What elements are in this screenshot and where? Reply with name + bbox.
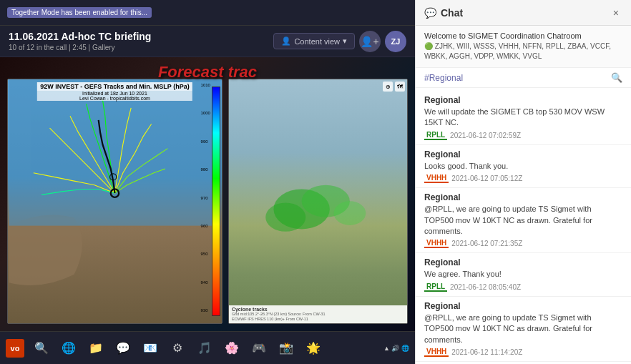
taskbar-icon-10[interactable]: 📸 — [276, 338, 296, 358]
message-time: 2021-06-12 07:02:59Z — [450, 132, 521, 139]
messages-area[interactable]: Regional We will update the SIGMET CB to… — [416, 88, 631, 364]
message-sender: Regional — [424, 192, 622, 202]
color-bar — [212, 87, 220, 316]
sender-tag: RPLL — [424, 282, 447, 292]
user-avatar-button[interactable]: ZJ — [385, 31, 406, 52]
chat-header: 💬 Chat × — [416, 0, 631, 26]
add-participant-button[interactable]: 👤+ — [359, 31, 381, 52]
welcome-text: Welcome to SIGMET Coordination Chatroom — [424, 31, 622, 40]
message-footer: RPLL 2021-06-12 07:02:59Z — [424, 131, 622, 140]
content-view-button[interactable]: 👤 Content view ▾ — [273, 33, 355, 49]
zoom-icon[interactable]: ⊕ — [383, 82, 393, 92]
meeting-title: 11.06.2021 Ad-hoc TC briefing — [9, 31, 151, 42]
brand-icon: vo — [6, 339, 24, 358]
color-bar-labels: 1010 1000 990 980 970 960 950 940 930 — [201, 83, 210, 313]
cyclone-tracks-caption: Cyclone tracks Grid mid:105.2°-26.3°N (2… — [229, 305, 407, 323]
meeting-info: 11.06.2021 Ad-hoc TC briefing 10 of 12 i… — [9, 31, 151, 51]
map-subtitle: Initialized at 18z Jun 10 2021 — [37, 91, 192, 96]
message-sender: Regional — [424, 301, 622, 311]
message-item: Regional @RPLL, we are going to update T… — [416, 188, 631, 253]
message-time: 2021-06-12 07:21:35Z — [451, 240, 522, 247]
map-title: 92W INVEST - GEFS Tracks and Min. MSLP (… — [37, 82, 192, 91]
search-chat-button[interactable]: 🔍 — [611, 72, 622, 83]
message-item: Regional We will update the SIGMET CB to… — [416, 91, 631, 145]
person-add-icon: 👤+ — [361, 36, 378, 47]
main-map: 92W INVEST - GEFS Tracks and Min. MSLP (… — [7, 79, 222, 324]
message-text: @RPLL, we are going to update TS Sigmet … — [424, 313, 622, 345]
meeting-controls: 👤 Content view ▾ 👤+ ZJ — [273, 31, 406, 52]
map-container: 92W INVEST - GEFS Tracks and Min. MSLP (… — [0, 57, 415, 331]
map-credit: Levi Cowan - tropicaltidbits.com — [37, 96, 192, 101]
message-footer: RPLL 2021-06-12 08:05:40Z — [424, 282, 622, 292]
map-icon-2[interactable]: 🗺 — [395, 82, 405, 92]
message-time: 2021-06-12 07:05:12Z — [451, 174, 522, 182]
track-lines-svg — [8, 79, 222, 323]
top-bar: Together Mode has been enabled for this.… — [0, 0, 415, 26]
meeting-subtitle: 10 of 12 in the call | 2:45 | Gallery — [9, 44, 151, 51]
svg-point-5 — [334, 202, 366, 226]
message-time: 2021-06-12 08:05:40Z — [450, 283, 521, 291]
message-sender: Regional — [424, 257, 622, 267]
channel-bar: #Regional 🔍 — [416, 68, 631, 88]
taskbar-icon-4[interactable]: 💬 — [113, 338, 133, 358]
person-icon: 👤 — [281, 36, 291, 46]
chat-bubble-icon: 💬 — [424, 7, 436, 19]
system-tray: ▲ 🔊 🌐 — [383, 345, 409, 352]
message-time: 2021-06-12 11:14:20Z — [451, 348, 522, 356]
message-text: Looks good. Thank you. — [424, 161, 622, 172]
slide-title: Forecast trac — [158, 63, 257, 82]
message-item: Regional We agree. Thank you! RPLL 2021-… — [416, 253, 631, 296]
taskbar-icon-2[interactable]: 🌐 — [59, 338, 79, 358]
taskbar-icon-5[interactable]: 📧 — [140, 338, 160, 358]
presentation-area: Forecast trac 92W INVEST - GEFS Tracks a… — [0, 57, 415, 331]
svg-rect-0 — [9, 79, 221, 226]
secondary-map-inner: ⊕ 🗺 Cyclone tracks — [229, 79, 407, 323]
svg-point-6 — [266, 203, 306, 232]
message-text: We will update the SIGMET CB top 530 MOV… — [424, 107, 622, 129]
sender-tag: VHHH — [424, 348, 449, 357]
chevron-down-icon: ▾ — [343, 36, 347, 46]
taskbar-icon-11[interactable]: 🌟 — [303, 338, 323, 358]
together-mode-badge: Together Mode has been enabled for this.… — [7, 7, 152, 18]
taskbar-icon-8[interactable]: 🌸 — [222, 338, 242, 358]
secondary-map: ⊕ 🗺 Cyclone tracks — [228, 79, 408, 324]
sender-tag: RPLL — [424, 131, 447, 140]
main-map-inner: 92W INVEST - GEFS Tracks and Min. MSLP (… — [8, 79, 222, 323]
meeting-info-bar: 11.06.2021 Ad-hoc TC briefing 10 of 12 i… — [0, 26, 415, 57]
weather-blobs-svg — [238, 140, 398, 262]
map-title-box: 92W INVEST - GEFS Tracks and Min. MSLP (… — [37, 82, 192, 101]
welcome-area: Welcome to SIGMET Coordination Chatroom … — [416, 26, 631, 68]
taskbar-icon-3[interactable]: 📁 — [86, 338, 106, 358]
slide-content: Forecast trac 92W INVEST - GEFS Tracks a… — [0, 57, 415, 331]
left-panel: Together Mode has been enabled for this.… — [0, 0, 415, 364]
message-item: Regional @RPLL, we are going to update T… — [416, 297, 631, 362]
taskbar-icon-1[interactable]: 🔍 — [31, 338, 52, 358]
map-tools: ⊕ 🗺 — [383, 82, 405, 92]
chat-title: Chat — [441, 7, 605, 19]
message-footer: VHHH 2021-06-12 07:05:12Z — [424, 174, 622, 183]
chat-panel: 💬 Chat × Welcome to SIGMET Coordination … — [415, 0, 631, 364]
message-item: Regional Looks good. Thank you. VHHH 202… — [416, 145, 631, 188]
sender-tag: VHHH — [424, 174, 449, 183]
close-chat-button[interactable]: × — [610, 6, 622, 20]
message-sender: Regional — [424, 95, 622, 105]
message-sender: Regional — [424, 149, 622, 159]
taskbar-icon-6[interactable]: ⚙ — [167, 338, 187, 358]
sender-tag: VHHH — [424, 239, 449, 248]
map-details: Grid mid:105.2°-26.3°N (23 km) Source: F… — [232, 312, 404, 322]
taskbar-icon-9[interactable]: 🎮 — [249, 338, 269, 358]
taskbar: vo 🔍 🌐 📁 💬 📧 ⚙ 🎵 🌸 🎮 📸 🌟 ▲ 🔊 🌐 — [0, 331, 415, 364]
taskbar-icon-7[interactable]: 🎵 — [195, 338, 215, 358]
message-text: @RPLL, we are going to update TS Sigmet … — [424, 204, 622, 237]
participants-text: 🟢 ZJHK, WIII, WSSS, VHHH, NFFN, RPLL, ZB… — [424, 41, 622, 62]
channel-label: #Regional — [424, 73, 607, 83]
message-footer: VHHH 2021-06-12 07:21:35Z — [424, 239, 622, 248]
message-footer: VHHH 2021-06-12 11:14:20Z — [424, 348, 622, 357]
system-time: ▲ 🔊 🌐 — [383, 345, 409, 352]
message-text: We agree. Thank you! — [424, 269, 622, 280]
